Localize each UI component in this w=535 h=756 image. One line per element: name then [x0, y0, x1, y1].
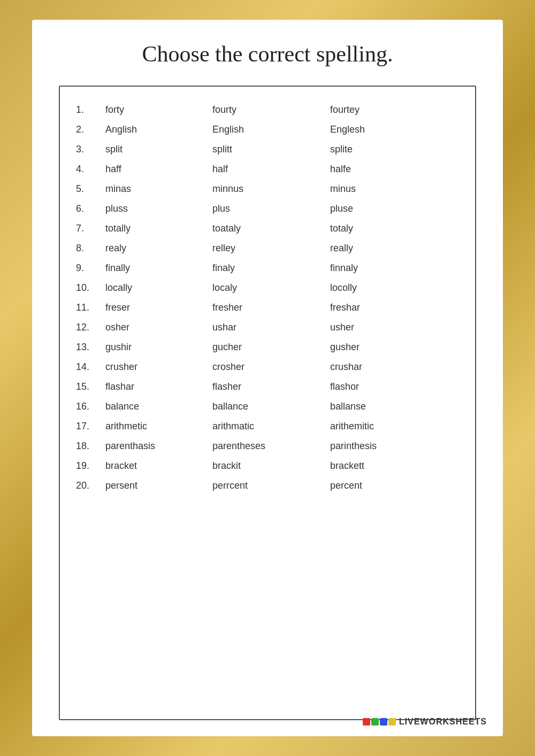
quiz-row[interactable]: 5.minasminnusminus	[76, 179, 459, 199]
row-option-c[interactable]: locolly	[330, 282, 437, 294]
quiz-row[interactable]: 16.balanceballanceballanse	[76, 397, 459, 416]
row-number: 17.	[76, 421, 105, 432]
row-option-a[interactable]: finally	[105, 263, 212, 274]
logo-yellow-square	[388, 718, 396, 726]
row-option-a[interactable]: persent	[105, 480, 212, 491]
row-option-a[interactable]: gushir	[105, 342, 212, 353]
row-number: 7.	[76, 223, 105, 234]
row-number: 14.	[76, 361, 105, 373]
row-option-a[interactable]: realy	[105, 243, 212, 254]
row-option-a[interactable]: locally	[105, 282, 212, 294]
row-option-a[interactable]: forty	[105, 104, 212, 115]
row-option-a[interactable]: Anglish	[105, 124, 212, 135]
quiz-row[interactable]: 3.splitsplittsplite	[76, 140, 459, 159]
row-option-a[interactable]: flashar	[105, 381, 212, 392]
row-option-c[interactable]: fourtey	[330, 104, 437, 115]
row-option-c[interactable]: flashor	[330, 381, 437, 392]
row-option-c[interactable]: gusher	[330, 342, 437, 353]
branding: LIVEWORKSHEETS	[363, 717, 487, 727]
row-option-b[interactable]: ushar	[212, 322, 330, 333]
quiz-row[interactable]: 9.finallyfinalyfinnaly	[76, 258, 459, 278]
row-option-c[interactable]: pluse	[330, 203, 437, 214]
row-option-b[interactable]: flasher	[212, 381, 330, 392]
row-number: 3.	[76, 144, 105, 155]
row-option-a[interactable]: haff	[105, 164, 212, 175]
quiz-row[interactable]: 8.realyrelleyreally	[76, 238, 459, 258]
row-option-b[interactable]: English	[212, 124, 330, 135]
row-option-b[interactable]: finaly	[212, 263, 330, 274]
quiz-row[interactable]: 4.haffhalfhalfe	[76, 159, 459, 179]
row-option-a[interactable]: crusher	[105, 361, 212, 373]
quiz-row[interactable]: 10.locallylocalylocolly	[76, 278, 459, 298]
row-option-b[interactable]: localy	[212, 282, 330, 294]
row-number: 10.	[76, 282, 105, 294]
quiz-row[interactable]: 15.flasharflasherflashor	[76, 377, 459, 397]
row-option-c[interactable]: totaly	[330, 223, 437, 234]
row-option-b[interactable]: minnus	[212, 183, 330, 195]
row-option-a[interactable]: totally	[105, 223, 212, 234]
row-number: 1.	[76, 104, 105, 115]
quiz-row[interactable]: 14.crushercroshercrushar	[76, 357, 459, 377]
row-option-a[interactable]: arithmetic	[105, 421, 212, 432]
row-number: 8.	[76, 243, 105, 254]
row-number: 18.	[76, 441, 105, 452]
row-number: 20.	[76, 480, 105, 491]
quiz-row[interactable]: 11.freserfresherfreshar	[76, 298, 459, 318]
row-option-b[interactable]: parentheses	[212, 441, 330, 452]
row-option-b[interactable]: perrcent	[212, 480, 330, 491]
row-option-c[interactable]: Englesh	[330, 124, 437, 135]
quiz-row[interactable]: 18.parenthasisparenthesesparinthesis	[76, 436, 459, 456]
quiz-row[interactable]: 1.fortyfourtyfourtey	[76, 100, 459, 120]
row-option-a[interactable]: freser	[105, 302, 212, 313]
row-option-b[interactable]: toataly	[212, 223, 330, 234]
row-number: 11.	[76, 302, 105, 313]
row-option-c[interactable]: arithemitic	[330, 421, 437, 432]
branding-text: LIVEWORKSHEETS	[399, 717, 487, 727]
row-option-c[interactable]: usher	[330, 322, 437, 333]
row-option-a[interactable]: pluss	[105, 203, 212, 214]
row-option-a[interactable]: osher	[105, 322, 212, 333]
row-option-b[interactable]: plus	[212, 203, 330, 214]
row-option-c[interactable]: finnaly	[330, 263, 437, 274]
row-option-c[interactable]: minus	[330, 183, 437, 195]
row-option-c[interactable]: really	[330, 243, 437, 254]
row-number: 5.	[76, 183, 105, 195]
row-option-b[interactable]: splitt	[212, 144, 330, 155]
quiz-row[interactable]: 6.plusspluspluse	[76, 199, 459, 219]
row-option-b[interactable]: half	[212, 164, 330, 175]
row-option-a[interactable]: balance	[105, 401, 212, 412]
quiz-row[interactable]: 17.arithmeticarithmaticarithemitic	[76, 416, 459, 436]
row-option-b[interactable]: brackit	[212, 460, 330, 472]
quiz-box: 1.fortyfourtyfourtey2.AnglishEnglishEngl…	[59, 86, 476, 720]
page-title: Choose the correct spelling.	[142, 41, 393, 67]
row-option-c[interactable]: splite	[330, 144, 437, 155]
quiz-row[interactable]: 13.gushirguchergusher	[76, 337, 459, 357]
row-option-b[interactable]: fresher	[212, 302, 330, 313]
quiz-row[interactable]: 19.bracketbrackitbrackett	[76, 456, 459, 476]
row-option-b[interactable]: fourty	[212, 104, 330, 115]
row-option-c[interactable]: percent	[330, 480, 437, 491]
row-option-a[interactable]: minas	[105, 183, 212, 195]
row-number: 15.	[76, 381, 105, 392]
row-option-a[interactable]: bracket	[105, 460, 212, 472]
row-option-c[interactable]: crushar	[330, 361, 437, 373]
row-option-c[interactable]: freshar	[330, 302, 437, 313]
row-option-b[interactable]: arithmatic	[212, 421, 330, 432]
row-option-b[interactable]: crosher	[212, 361, 330, 373]
quiz-row[interactable]: 12.osherusharusher	[76, 318, 459, 337]
row-option-b[interactable]: gucher	[212, 342, 330, 353]
row-option-c[interactable]: parinthesis	[330, 441, 437, 452]
row-option-b[interactable]: relley	[212, 243, 330, 254]
quiz-row[interactable]: 7.totallytoatalytotaly	[76, 219, 459, 238]
quiz-row[interactable]: 20.persentperrcentpercent	[76, 476, 459, 496]
row-option-c[interactable]: brackett	[330, 460, 437, 472]
row-option-b[interactable]: ballance	[212, 401, 330, 412]
row-number: 12.	[76, 322, 105, 333]
quiz-row[interactable]: 2.AnglishEnglishEnglesh	[76, 120, 459, 140]
row-option-a[interactable]: split	[105, 144, 212, 155]
row-number: 13.	[76, 342, 105, 353]
row-option-c[interactable]: halfe	[330, 164, 437, 175]
row-option-c[interactable]: ballanse	[330, 401, 437, 412]
row-option-a[interactable]: parenthasis	[105, 441, 212, 452]
logo-blue-square	[380, 718, 387, 726]
